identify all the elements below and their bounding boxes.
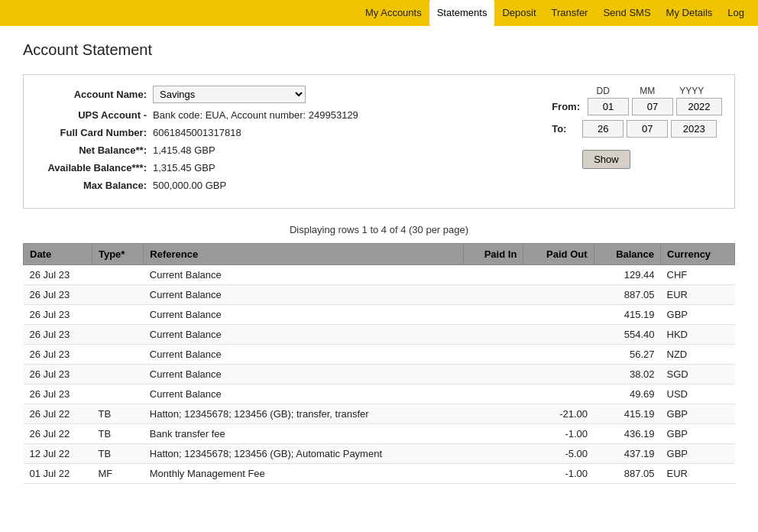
cell-balance: 887.05 xyxy=(594,464,661,484)
cell-balance: 415.19 xyxy=(594,305,661,325)
col-balance: Balance xyxy=(594,244,661,265)
account-name-select[interactable]: Savings xyxy=(153,86,306,103)
net-balance-label: Net Balance**: xyxy=(36,144,147,156)
cell-date: 01 Jul 22 xyxy=(24,464,92,484)
cell-reference: Hatton; 12345678; 123456 (GB); Automatic… xyxy=(144,444,464,464)
cell-balance: 38.02 xyxy=(594,365,661,384)
dd-header: DD xyxy=(582,86,624,96)
cell-paid-in xyxy=(464,365,523,384)
cell-reference: Current Balance xyxy=(144,325,464,345)
cell-date: 26 Jul 22 xyxy=(24,404,92,424)
table-row: 26 Jul 23 Current Balance 415.19 GBP xyxy=(24,305,735,325)
from-dd-input[interactable] xyxy=(588,98,629,115)
cell-date: 26 Jul 23 xyxy=(24,305,92,325)
col-type: Type* xyxy=(92,244,143,265)
top-navigation: My Accounts Statements Deposit Transfer … xyxy=(0,0,758,26)
transactions-table: Date Type* Reference Paid In Paid Out Ba… xyxy=(23,243,735,484)
to-dd-input[interactable] xyxy=(582,120,624,138)
nav-my-details[interactable]: My Details xyxy=(659,0,721,26)
nav-send-sms[interactable]: Send SMS xyxy=(595,0,658,26)
cell-balance: 887.05 xyxy=(594,285,661,305)
cell-paid-out xyxy=(523,384,594,404)
cell-paid-out xyxy=(523,345,594,365)
cell-currency: EUR xyxy=(661,285,735,305)
cell-paid-in xyxy=(464,404,523,424)
cell-type: TB xyxy=(92,444,143,464)
cell-type xyxy=(92,305,143,325)
table-row: 01 Jul 22 MF Monthly Management Fee -1.0… xyxy=(24,464,735,484)
show-button[interactable]: Show xyxy=(582,150,630,169)
cell-paid-in xyxy=(464,345,523,365)
cell-reference: Hatton; 12345678; 123456 (GB); transfer,… xyxy=(144,404,464,424)
cell-paid-out xyxy=(523,365,594,384)
col-paid-in: Paid In xyxy=(464,244,523,265)
cell-currency: EUR xyxy=(661,464,735,484)
cell-currency: HKD xyxy=(661,325,735,345)
cell-type xyxy=(92,285,143,305)
available-balance-value: 1,315.45 GBP xyxy=(153,162,215,174)
net-balance-row: Net Balance**: 1,415.48 GBP xyxy=(36,144,544,156)
cell-date: 26 Jul 23 xyxy=(24,285,92,305)
ups-account-value: Bank code: EUA, Account number: 24995312… xyxy=(153,109,358,121)
table-row: 26 Jul 23 Current Balance 887.05 EUR xyxy=(24,285,735,305)
cell-currency: GBP xyxy=(661,404,735,424)
cell-paid-in xyxy=(464,444,523,464)
table-body: 26 Jul 23 Current Balance 129.44 CHF 26 … xyxy=(24,265,735,484)
max-balance-value: 500,000.00 GBP xyxy=(153,180,226,191)
net-balance-value: 1,415.48 GBP xyxy=(153,144,215,156)
cell-balance: 436.19 xyxy=(594,424,661,444)
from-date-inputs xyxy=(588,98,722,115)
cell-reference: Current Balance xyxy=(144,365,464,384)
to-date-row: To: xyxy=(552,120,717,138)
to-mm-input[interactable] xyxy=(627,120,668,138)
cell-reference: Current Balance xyxy=(144,305,464,325)
nav-transfer[interactable]: Transfer xyxy=(544,0,596,26)
to-yyyy-input[interactable] xyxy=(671,120,717,138)
nav-log[interactable]: Log xyxy=(720,0,752,26)
cell-currency: CHF xyxy=(661,265,735,285)
cell-balance: 49.69 xyxy=(594,384,661,404)
cell-reference: Current Balance xyxy=(144,345,464,365)
table-row: 26 Jul 23 Current Balance 554.40 HKD xyxy=(24,325,735,345)
cell-paid-in xyxy=(464,384,523,404)
cell-reference: Current Balance xyxy=(144,285,464,305)
cell-balance: 437.19 xyxy=(594,444,661,464)
cell-paid-out xyxy=(523,285,594,305)
cell-currency: USD xyxy=(661,384,735,404)
cell-currency: NZD xyxy=(661,345,735,365)
cell-reference: Current Balance xyxy=(144,384,464,404)
table-row: 26 Jul 23 Current Balance 56.27 NZD xyxy=(24,345,735,365)
cell-reference: Bank transfer fee xyxy=(144,424,464,444)
cell-paid-in xyxy=(464,325,523,345)
col-currency: Currency xyxy=(661,244,735,265)
cell-paid-out xyxy=(523,305,594,325)
cell-paid-in xyxy=(464,265,523,285)
nav-deposit[interactable]: Deposit xyxy=(494,0,543,26)
cell-balance: 56.27 xyxy=(594,345,661,365)
cell-date: 12 Jul 22 xyxy=(24,444,92,464)
from-yyyy-input[interactable] xyxy=(676,98,722,115)
from-mm-input[interactable] xyxy=(632,98,673,115)
nav-my-accounts[interactable]: My Accounts xyxy=(358,0,429,26)
mm-header: MM xyxy=(627,86,668,96)
table-row: 26 Jul 23 Current Balance 38.02 SGD xyxy=(24,365,735,384)
cell-type xyxy=(92,365,143,384)
display-info: Displaying rows 1 to 4 of 4 (30 per page… xyxy=(23,224,735,235)
table-row: 26 Jul 23 Current Balance 129.44 CHF xyxy=(24,265,735,285)
account-name-row: Account Name: Savings xyxy=(36,86,544,103)
cell-paid-in xyxy=(464,424,523,444)
cell-currency: GBP xyxy=(661,305,735,325)
account-info-section: Account Name: Savings UPS Account - Bank… xyxy=(23,74,735,209)
cell-date: 26 Jul 23 xyxy=(24,365,92,384)
cell-paid-in xyxy=(464,464,523,484)
max-balance-row: Max Balance: 500,000.00 GBP xyxy=(36,180,544,191)
nav-statements[interactable]: Statements xyxy=(429,0,495,26)
cell-paid-out xyxy=(523,265,594,285)
from-label: From: xyxy=(552,101,580,112)
yyyy-header: YYYY xyxy=(671,86,712,96)
cell-type: TB xyxy=(92,424,143,444)
cell-paid-out: -1.00 xyxy=(523,424,594,444)
card-number-value: 6061845001317818 xyxy=(153,127,241,138)
to-label: To: xyxy=(552,123,575,135)
page-title: Account Statement xyxy=(23,41,735,59)
